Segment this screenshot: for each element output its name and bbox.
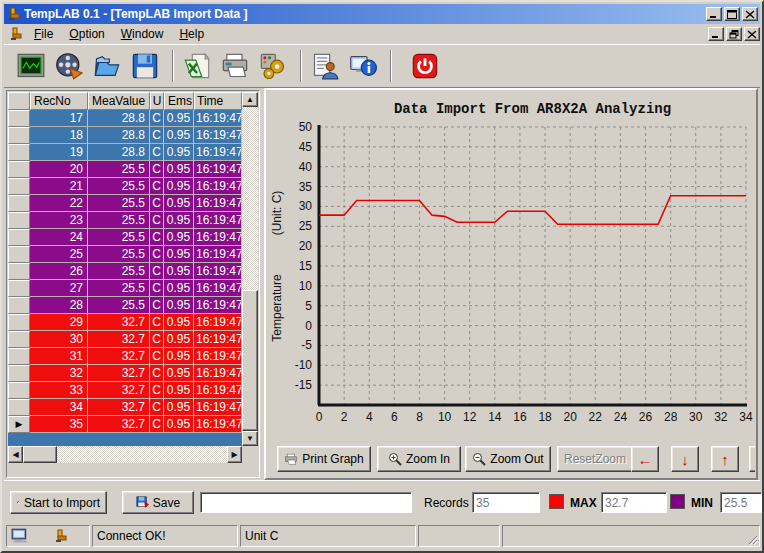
menu-file[interactable]: File — [26, 25, 61, 43]
table-row[interactable]: 1928.8C0.9516:19:47 — [8, 144, 242, 161]
min-value-field[interactable] — [720, 492, 762, 513]
scroll-right-button scroll-right-icon[interactable]: ▶ — [227, 446, 242, 463]
resize-grip[interactable] — [746, 533, 758, 545]
scroll-graph-up-button[interactable]: ↑ — [711, 446, 739, 472]
table-row[interactable]: 2825.5C0.9516:19:47 — [8, 297, 242, 314]
save-button floppy-disk-icon[interactable] — [128, 49, 162, 83]
row-selector[interactable] — [8, 195, 30, 212]
cell-unit: C — [150, 331, 164, 348]
print-graph-button[interactable]: Print Graph — [277, 446, 371, 472]
reset-zoom-button[interactable]: ResetZoom — [557, 446, 633, 472]
child-close-button close-icon[interactable] — [744, 27, 760, 41]
header-meavalue[interactable]: MeaValue — [88, 92, 150, 110]
export-excel-button excel-export-icon[interactable] — [180, 49, 214, 83]
row-selector[interactable] — [8, 331, 30, 348]
child-window-icon thermometer-icon[interactable] — [8, 27, 22, 41]
row-selector[interactable] — [8, 161, 30, 178]
header-unit[interactable]: U — [150, 92, 164, 110]
max-value-field[interactable] — [601, 492, 667, 513]
import-file-input[interactable] — [200, 492, 412, 513]
row-selector[interactable] — [8, 297, 30, 314]
status-unit-panel: Unit C — [240, 525, 416, 547]
svg-text:30: 30 — [299, 199, 313, 213]
exit-button power-icon[interactable] — [408, 49, 442, 83]
minimize-button minimize-icon[interactable] — [706, 7, 722, 21]
row-selector[interactable] — [8, 246, 30, 263]
cell-recno: 34 — [30, 399, 88, 416]
vertical-scrollbar[interactable]: ▲ ▼ — [242, 92, 258, 446]
scroll-graph-down-button[interactable]: ↓ — [671, 446, 699, 472]
scroll-graph-left-button[interactable]: ← — [631, 446, 659, 472]
toolbar — [4, 44, 760, 88]
save-data-button[interactable]: Save — [122, 491, 194, 514]
horizontal-scrollbar[interactable]: ◀ ▶ — [8, 446, 242, 463]
scroll-left-button scroll-left-icon[interactable]: ◀ — [8, 446, 23, 463]
records-count-field[interactable] — [472, 492, 540, 513]
header-ems[interactable]: Ems — [164, 92, 194, 110]
zoom-in-button[interactable]: Zoom In — [377, 446, 461, 472]
zoom-out-button[interactable]: Zoom Out — [465, 446, 551, 472]
print-button printer-icon[interactable] — [218, 49, 252, 83]
child-minimize-button minimize-icon[interactable] — [708, 27, 724, 41]
open-file-button open-folder-icon[interactable] — [90, 49, 124, 83]
vertical-scroll-thumb[interactable] — [242, 290, 258, 431]
table-row[interactable]: 2225.5C0.9516:19:47 — [8, 195, 242, 212]
header-recno[interactable]: RecNo — [30, 92, 88, 110]
menu-window[interactable]: Window — [113, 25, 172, 43]
table-row[interactable]: 2525.5C0.9516:19:47 — [8, 246, 242, 263]
scroll-down-button scroll-down-icon[interactable]: ▼ — [242, 431, 258, 446]
row-selector[interactable] — [8, 263, 30, 280]
row-selector[interactable] — [8, 348, 30, 365]
table-row[interactable]: 3432.7C0.9516:19:47 — [8, 399, 242, 416]
header-time[interactable]: Time — [194, 92, 242, 110]
table-row[interactable]: 2125.5C0.9516:19:47 — [8, 178, 242, 195]
thermometer-icon — [53, 529, 67, 543]
row-selector[interactable] — [8, 382, 30, 399]
table-row[interactable]: ▶3532.7C0.9516:19:47 — [8, 416, 242, 433]
close-button close-icon[interactable] — [742, 7, 758, 21]
row-selector[interactable] — [8, 280, 30, 297]
svg-text:6: 6 — [391, 410, 398, 424]
row-selector[interactable] — [8, 110, 30, 127]
system-info-button info-computer-icon[interactable] — [346, 49, 380, 83]
svg-text:30: 30 — [689, 410, 703, 424]
table-row[interactable]: 3132.7C0.9516:19:47 — [8, 348, 242, 365]
row-selector[interactable] — [8, 212, 30, 229]
table-row[interactable]: 1728.8C0.9516:19:47 — [8, 110, 242, 127]
menu-help[interactable]: Help — [171, 25, 212, 43]
table-next-row-strip[interactable] — [8, 433, 242, 446]
cell-recno: 22 — [30, 195, 88, 212]
child-restore-button restore-icon[interactable] — [726, 27, 742, 41]
row-selector[interactable] — [8, 178, 30, 195]
table-row[interactable]: 3232.7C0.9516:19:47 — [8, 365, 242, 382]
horizontal-scroll-thumb[interactable] — [23, 446, 57, 463]
row-selector[interactable] — [8, 399, 30, 416]
cell-meavalue: 32.7 — [88, 348, 150, 365]
start-import-button[interactable]: Start to Import — [10, 491, 107, 514]
table-row[interactable]: 2725.5C0.9516:19:47 — [8, 280, 242, 297]
computer-icon — [11, 528, 29, 544]
row-selector[interactable] — [8, 365, 30, 382]
media-button film-reel-icon[interactable] — [52, 49, 86, 83]
row-selector[interactable] — [8, 144, 30, 161]
table-row[interactable]: 2932.7C0.9516:19:47 — [8, 314, 242, 331]
table-row[interactable]: 1828.8C0.9516:19:47 — [8, 127, 242, 144]
row-selector[interactable] — [8, 229, 30, 246]
scroll-up-button scroll-up-icon[interactable]: ▲ — [242, 92, 258, 107]
menu-option[interactable]: Option — [61, 25, 112, 43]
graph-monitor-button graph-monitor-icon[interactable] — [14, 49, 48, 83]
table-row[interactable]: 2325.5C0.9516:19:47 — [8, 212, 242, 229]
row-selector[interactable] — [8, 314, 30, 331]
table-row[interactable]: 2425.5C0.9516:19:47 — [8, 229, 242, 246]
table-row[interactable]: 3332.7C0.9516:19:47 — [8, 382, 242, 399]
maximize-button maximize-icon[interactable] — [724, 7, 740, 21]
row-selector[interactable]: ▶ — [8, 416, 30, 433]
user-report-button user-document-icon[interactable] — [308, 49, 342, 83]
table-row[interactable]: 2625.5C0.9516:19:47 — [8, 263, 242, 280]
row-selector[interactable] — [8, 127, 30, 144]
scroll-graph-right-button[interactable]: → — [749, 446, 755, 472]
table-row[interactable]: 2025.5C0.9516:19:47 — [8, 161, 242, 178]
settings-button gears-icon[interactable] — [256, 49, 290, 83]
table-row[interactable]: 3032.7C0.9516:19:47 — [8, 331, 242, 348]
cell-recno: 27 — [30, 280, 88, 297]
